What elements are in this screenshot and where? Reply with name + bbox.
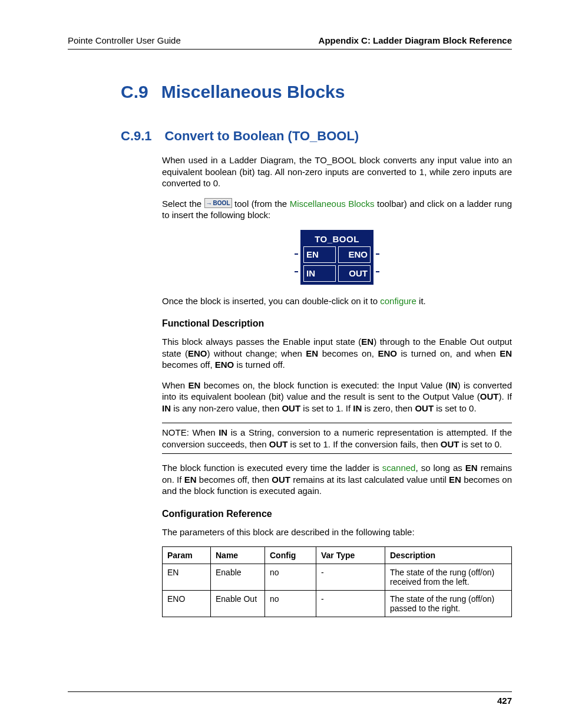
td-param: ENO bbox=[163, 591, 211, 617]
select-tool-paragraph: Select the →BOOL tool (from the Miscella… bbox=[162, 198, 512, 221]
arrow-icon: → bbox=[206, 200, 213, 207]
scan-paragraph: The block function is executed every tim… bbox=[162, 462, 512, 497]
bold-out: OUT bbox=[415, 403, 434, 413]
text: This block always passes the Enable inpu… bbox=[162, 337, 361, 347]
port-label: ENO bbox=[348, 249, 368, 259]
page-number: 427 bbox=[68, 691, 512, 706]
td-description: The state of the rung (off/on) passed to… bbox=[385, 591, 512, 617]
to-bool-block: TO_BOOL EN ENO IN OUT bbox=[300, 230, 373, 285]
heading-1-title: Miscellaneous Blocks bbox=[161, 82, 345, 102]
text: Once the block is inserted, you can doub… bbox=[162, 296, 380, 306]
th-param: Param bbox=[163, 547, 211, 564]
td-name: Enable Out bbox=[211, 591, 265, 617]
text: , so long as bbox=[415, 463, 465, 473]
text: is any non-zero value, then bbox=[171, 403, 282, 413]
bold-en: EN bbox=[306, 348, 318, 358]
heading-1-number: C.9 bbox=[121, 82, 148, 102]
td-param: EN bbox=[163, 564, 211, 591]
bool-tool-icon: →BOOL bbox=[204, 198, 232, 208]
text: is turned on, and when bbox=[397, 348, 500, 358]
page-header: Pointe Controller User Guide Appendix C:… bbox=[68, 35, 512, 50]
cr-intro-paragraph: The parameters of this block are describ… bbox=[162, 526, 512, 538]
table-row: EN Enable no - The state of the rung (of… bbox=[163, 564, 512, 591]
table-row: ENO Enable Out no - The state of the run… bbox=[163, 591, 512, 617]
text: Select the bbox=[162, 199, 204, 209]
text: is set to 1. If bbox=[300, 403, 353, 413]
parameter-table: Param Name Config Var Type Description E… bbox=[162, 546, 512, 617]
note-block: NOTE: When IN is a String, conversion to… bbox=[162, 423, 512, 454]
bold-out: OUT bbox=[282, 403, 300, 413]
bold-eno: ENO bbox=[188, 348, 207, 358]
bold-in: IN bbox=[449, 380, 458, 390]
misc-blocks-link[interactable]: Miscellaneous Blocks bbox=[290, 199, 375, 209]
configure-paragraph: Once the block is inserted, you can doub… bbox=[162, 295, 512, 307]
wire-stub-icon bbox=[376, 253, 379, 255]
content-area: When used in a Ladder Diagram, the TO_BO… bbox=[162, 154, 512, 617]
port-label: EN bbox=[306, 249, 319, 259]
heading-2-title: Convert to Boolean (TO_BOOL) bbox=[165, 129, 359, 144]
bold-out: OUT bbox=[480, 391, 499, 401]
header-right: Appendix C: Ladder Diagram Block Referen… bbox=[319, 35, 512, 45]
td-config: no bbox=[265, 564, 316, 591]
table-header-row: Param Name Config Var Type Description bbox=[163, 547, 512, 564]
text: is set to 1. If the conversion fails, th… bbox=[287, 439, 440, 449]
text: remains at its last calculated value unt… bbox=[290, 475, 449, 485]
heading-1: C.9 Miscellaneous Blocks bbox=[121, 82, 512, 102]
text: The block function is executed every tim… bbox=[162, 463, 382, 473]
th-vartype: Var Type bbox=[316, 547, 385, 564]
text: ). If bbox=[499, 391, 512, 401]
heading-2: C.9.1 Convert to Boolean (TO_BOOL) bbox=[121, 129, 512, 144]
td-name: Enable bbox=[211, 564, 265, 591]
bold-eno: ENO bbox=[215, 360, 234, 370]
text: becomes on, the block function is execut… bbox=[200, 380, 448, 390]
bold-en: EN bbox=[465, 463, 478, 473]
document-page: Pointe Controller User Guide Appendix C:… bbox=[0, 0, 562, 728]
header-left: Pointe Controller User Guide bbox=[68, 35, 181, 45]
intro-paragraph: When used in a Ladder Diagram, the TO_BO… bbox=[162, 154, 512, 189]
text: it. bbox=[416, 296, 426, 306]
bold-in: IN bbox=[219, 427, 227, 437]
bold-en: EN bbox=[189, 380, 201, 390]
bold-in: IN bbox=[353, 403, 362, 413]
bold-in: IN bbox=[162, 403, 171, 413]
text: is set to 0. bbox=[434, 403, 477, 413]
th-description: Description bbox=[385, 547, 512, 564]
td-config: no bbox=[265, 591, 316, 617]
text: is turned off. bbox=[234, 360, 285, 370]
configuration-reference-heading: Configuration Reference bbox=[162, 509, 512, 519]
bold-out: OUT bbox=[269, 439, 288, 449]
bold-out: OUT bbox=[272, 475, 290, 485]
td-vartype: - bbox=[316, 591, 385, 617]
bold-out: OUT bbox=[441, 439, 459, 449]
text: becomes off, bbox=[162, 360, 215, 370]
text: When bbox=[162, 380, 189, 390]
configure-link[interactable]: configure bbox=[380, 296, 416, 306]
text: is set to 0. bbox=[459, 439, 502, 449]
text: NOTE: When bbox=[162, 427, 219, 437]
wire-stub-icon bbox=[295, 253, 298, 255]
scanned-link[interactable]: scanned bbox=[382, 463, 416, 473]
block-port-en: EN bbox=[303, 246, 336, 263]
bold-en: EN bbox=[184, 475, 197, 485]
fd-paragraph-1: This block always passes the Enable inpu… bbox=[162, 336, 512, 371]
heading-2-number: C.9.1 bbox=[121, 129, 152, 144]
block-title: TO_BOOL bbox=[303, 233, 371, 246]
bold-en: EN bbox=[449, 475, 461, 485]
td-vartype: - bbox=[316, 564, 385, 591]
bold-eno: ENO bbox=[378, 348, 397, 358]
th-config: Config bbox=[265, 547, 316, 564]
td-description: The state of the rung (off/on) received … bbox=[385, 564, 512, 591]
bold-en: EN bbox=[500, 348, 512, 358]
text: is zero, then bbox=[362, 403, 415, 413]
block-port-eno: ENO bbox=[338, 246, 371, 263]
th-name: Name bbox=[211, 547, 265, 564]
block-port-out: OUT bbox=[338, 265, 371, 282]
wire-stub-icon bbox=[376, 271, 379, 273]
block-port-in: IN bbox=[303, 265, 336, 282]
text: becomes on, bbox=[318, 348, 378, 358]
port-label: IN bbox=[306, 268, 315, 278]
functional-description-heading: Functional Description bbox=[162, 318, 512, 329]
text: tool (from the bbox=[234, 199, 290, 209]
port-label: OUT bbox=[349, 268, 368, 278]
fd-paragraph-2: When EN becomes on, the block function i… bbox=[162, 380, 512, 414]
